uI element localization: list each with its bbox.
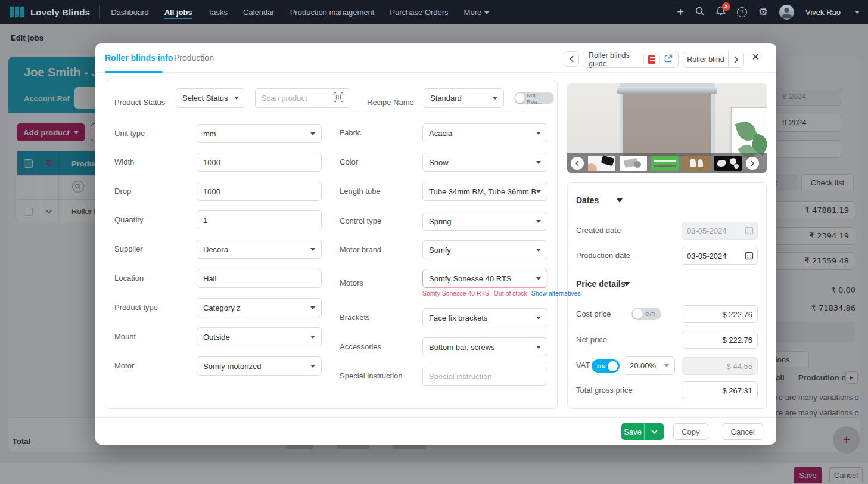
brand[interactable]: Lovely Blinds	[0, 7, 90, 17]
tab-production[interactable]: Production	[174, 43, 214, 73]
product-type-label: Product type	[114, 298, 158, 317]
motor-select[interactable]: Somfy motorized	[197, 356, 322, 376]
quantity-input[interactable]	[197, 210, 322, 229]
chevron-down-icon	[484, 11, 489, 14]
accessories-select[interactable]: Bottom bar, screws	[422, 337, 547, 356]
length-tube-select[interactable]: Tube 34mm BM, Tube 36mm B...	[422, 182, 547, 201]
select-value: Standard	[430, 94, 462, 103]
modal-tabbar: Roller blinds info Production Roller bli…	[95, 43, 776, 73]
carousel-next-button[interactable]	[746, 157, 759, 170]
product-type-select[interactable]: Category z	[197, 298, 322, 317]
close-icon[interactable]: ×	[752, 49, 759, 64]
fabric-select[interactable]: Acacia	[422, 123, 547, 142]
select-value: Bottom bar, screws	[429, 343, 495, 352]
chevron-down-icon	[536, 132, 541, 135]
nav-item-production-management[interactable]: Production management	[290, 1, 375, 24]
carousel-prev-button[interactable]	[571, 157, 584, 170]
calendar-icon[interactable]	[745, 251, 754, 262]
select-value: 20.00%	[630, 361, 656, 370]
nav-item-all-jobs[interactable]: All jobs	[164, 1, 192, 24]
nav-item-tasks[interactable]: Tasks	[208, 1, 228, 24]
settings-gear-icon[interactable]: ⚙	[758, 7, 768, 17]
cancel-button[interactable]: Cancel	[723, 423, 763, 440]
nav-item-purchase-orders[interactable]: Purchase Orders	[390, 1, 448, 24]
next-product-button[interactable]	[728, 51, 744, 68]
chevron-down-icon	[536, 220, 541, 223]
pdf-icon[interactable]	[648, 55, 655, 64]
nav-item-more[interactable]: More	[464, 1, 490, 24]
thumbnail-parts[interactable]	[714, 156, 742, 171]
product-button-label: Roller blind	[687, 55, 724, 64]
net-price-input[interactable]	[682, 331, 758, 349]
mount-label: Mount	[114, 327, 136, 346]
save-button[interactable]: Save	[621, 423, 644, 440]
nav-item-calendar[interactable]: Calendar	[243, 1, 275, 24]
chevron-down-icon	[536, 249, 541, 252]
location-label: Location	[114, 269, 144, 288]
error-status: Out of stock	[494, 290, 527, 297]
price-collapse-chevron-icon[interactable]	[624, 282, 630, 286]
toggle-label: ON	[593, 363, 608, 370]
vat-toggle[interactable]: ON	[592, 359, 620, 373]
active-tab-underline	[105, 71, 163, 73]
nav-item-dashboard[interactable]: Dashboard	[111, 1, 149, 24]
scan-product-input[interactable]: Scan product	[255, 88, 350, 108]
current-product-button[interactable]: Roller blind	[683, 51, 729, 68]
fabric-label: Fabric	[340, 123, 361, 142]
accessories-label: Accessories	[340, 337, 381, 356]
motors-error-message: Somfy Sonesse 40 RTS Out of stock Show a…	[422, 290, 581, 297]
chevron-down-icon	[536, 277, 541, 280]
tab-roller-blinds-info[interactable]: Roller blinds info	[105, 43, 173, 73]
motors-select[interactable]: Somfy Sonesse 40 RTS	[422, 269, 547, 288]
lovely-blinds-logo-icon	[10, 7, 24, 17]
user-menu-chevron-icon[interactable]	[855, 11, 860, 14]
product-status-select[interactable]: Select Status	[176, 88, 245, 108]
color-select[interactable]: Snow	[422, 153, 547, 172]
thumbnail-bracket[interactable]	[620, 156, 647, 171]
supplier-select[interactable]: Decora	[197, 240, 322, 259]
not-ready-toggle[interactable]: Not Rea...	[514, 92, 554, 104]
toggle-label: O/R	[643, 311, 659, 317]
product-image-carousel	[567, 83, 767, 173]
motor-brand-select[interactable]: Somfy	[422, 240, 547, 259]
thumbnail-brackets-cork[interactable]	[683, 156, 710, 171]
chevron-down-icon	[493, 97, 497, 100]
help-icon[interactable]: ?	[737, 7, 747, 17]
production-date-field[interactable]	[682, 247, 758, 265]
vat-rate-select[interactable]: 20.00%	[624, 356, 675, 375]
select-value: mm	[203, 129, 216, 138]
total-gross-price-input[interactable]	[682, 381, 758, 399]
brackets-select[interactable]: Face fix brackets	[422, 308, 547, 327]
cost-price-input[interactable]	[682, 305, 758, 323]
thumbnail-remote[interactable]	[588, 156, 615, 171]
roller-blinds-modal: Roller blinds info Production Roller bli…	[95, 43, 776, 445]
dates-collapse-chevron-icon[interactable]	[617, 198, 623, 203]
width-input[interactable]	[197, 153, 322, 172]
prev-product-button[interactable]	[564, 51, 579, 67]
cost-override-toggle[interactable]: O/R	[631, 308, 661, 320]
roller-blinds-guide-button[interactable]: Roller blinds guide	[583, 51, 679, 68]
notifications-bell-icon[interactable]: 3	[716, 6, 726, 18]
avatar[interactable]	[779, 5, 794, 20]
drop-input[interactable]	[197, 182, 322, 201]
chevron-right-icon	[733, 56, 739, 63]
save-options-chevron-button[interactable]	[644, 423, 664, 440]
select-value: Decora	[203, 245, 228, 254]
recipe-name-label: Recipe Name	[367, 93, 414, 112]
copy-button[interactable]: Copy	[673, 423, 708, 440]
add-icon[interactable]: +	[677, 6, 684, 18]
special-instruction-input[interactable]	[422, 367, 547, 386]
select-value: Outside	[203, 333, 230, 342]
mount-select[interactable]: Outside	[197, 327, 322, 346]
price-details-section-title: Price details	[576, 279, 626, 288]
external-link-icon[interactable]	[664, 54, 673, 65]
location-input[interactable]	[197, 269, 322, 288]
search-icon[interactable]	[695, 7, 705, 18]
recipe-name-select[interactable]: Standard	[424, 88, 504, 108]
unit-type-select[interactable]: mm	[197, 124, 322, 143]
barcode-scan-icon[interactable]	[333, 92, 344, 104]
brackets-label: Brackets	[340, 308, 370, 327]
thumbnail-tube[interactable]	[651, 156, 679, 171]
control-type-select[interactable]: Spring	[422, 212, 547, 231]
scan-placeholder: Scan product	[262, 94, 307, 103]
